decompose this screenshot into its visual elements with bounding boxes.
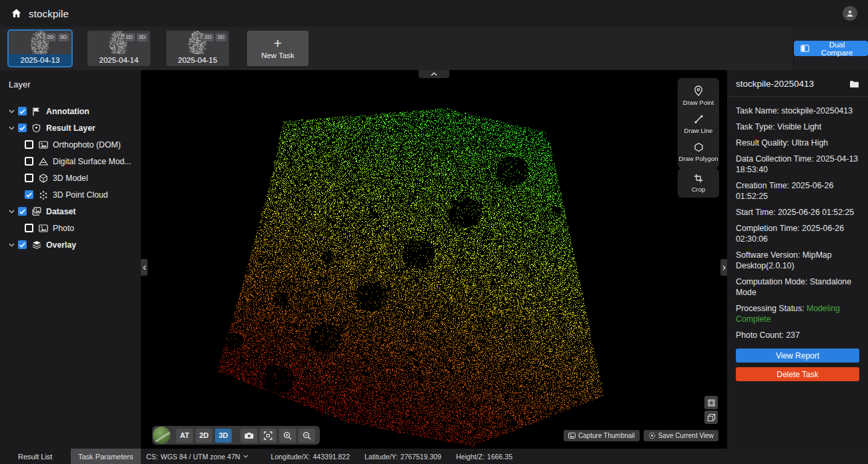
view-cube-buttons bbox=[704, 396, 718, 424]
crop-tool[interactable]: Crop bbox=[678, 174, 719, 193]
layer-item-photo[interactable]: Photo bbox=[9, 220, 141, 236]
screenshot-button[interactable] bbox=[240, 429, 257, 443]
task-thumbnail-bar: 2D 3D 2025-04-13 2D 3D 2025-04-14 2D 3D … bbox=[0, 27, 868, 70]
layer-item-3d-point-cloud[interactable]: 3D Point Cloud bbox=[9, 186, 141, 203]
coordinate-system[interactable]: CS: WGS 84 / UTM zone 47N bbox=[146, 453, 248, 461]
draw-tools-panel: Draw Point Draw Line Draw Polygon bbox=[678, 78, 719, 168]
divider bbox=[727, 96, 868, 97]
layer-item-annotation[interactable]: Annotation bbox=[9, 103, 141, 120]
chevron-down-icon[interactable] bbox=[9, 243, 18, 247]
map-viewport[interactable]: Draw Point Draw Line Draw Polygon Crop bbox=[141, 70, 727, 449]
capture-thumbnail-button[interactable]: Capture Thumbnail bbox=[564, 430, 640, 441]
ortho-cube-button[interactable] bbox=[704, 396, 718, 409]
thumbnail-icon bbox=[568, 433, 576, 439]
checkbox-checked[interactable] bbox=[18, 124, 27, 132]
cube-3d-icon bbox=[707, 413, 716, 422]
app-window: stockpile 2D 3D 2025-04-13 2D 3D 2025-04… bbox=[0, 0, 868, 464]
flag-icon bbox=[31, 107, 42, 116]
cube-top-icon bbox=[707, 399, 716, 407]
task-card-2025-04-15[interactable]: 2D 3D 2025-04-15 bbox=[166, 31, 229, 66]
zoom-in-button[interactable] bbox=[279, 429, 296, 443]
save-view-icon bbox=[648, 432, 656, 439]
home-icon[interactable] bbox=[11, 8, 22, 19]
chevron-right-icon bbox=[722, 265, 726, 270]
tab-task-parameters[interactable]: Task Parameters bbox=[71, 449, 142, 464]
view-report-button[interactable]: View Report bbox=[736, 349, 859, 363]
checkbox-unchecked[interactable] bbox=[25, 224, 33, 232]
collapse-taskbar-handle[interactable] bbox=[419, 70, 449, 78]
collapse-left-panel-arrow[interactable] bbox=[141, 259, 148, 276]
3d-view-button[interactable]: 3D bbox=[215, 429, 232, 443]
field-software-version: Software Version: MipMap Desktop(2.0.10) bbox=[736, 250, 859, 271]
layer-item-orthophoto[interactable]: Orthophoto (DOM) bbox=[9, 136, 141, 153]
layer-item-dataset[interactable]: Dataset bbox=[9, 203, 141, 220]
folder-icon[interactable] bbox=[849, 80, 859, 88]
checkbox-checked[interactable] bbox=[25, 190, 33, 199]
bottom-tabs: Result List Task Parameters bbox=[0, 449, 141, 464]
chevron-down-icon[interactable] bbox=[9, 126, 18, 130]
task-date-label: 2025-04-15 bbox=[166, 54, 229, 66]
layer-panel-title: Layer bbox=[9, 79, 141, 89]
dsm-icon bbox=[37, 158, 49, 166]
draw-point-tool[interactable]: Draw Point bbox=[678, 85, 719, 106]
checkbox-unchecked[interactable] bbox=[25, 157, 33, 166]
layer-tree: Annotation Result Layer Orthophoto (DOM) bbox=[9, 103, 141, 253]
checkbox-checked[interactable] bbox=[18, 107, 27, 115]
checkbox-checked[interactable] bbox=[18, 207, 27, 216]
chevron-down-icon[interactable] bbox=[9, 210, 18, 214]
save-current-view-button[interactable]: Save Current View bbox=[644, 430, 718, 441]
collapse-right-panel-arrow[interactable] bbox=[720, 259, 727, 276]
perspective-cube-button[interactable] bbox=[704, 411, 718, 424]
checkbox-checked[interactable] bbox=[18, 240, 27, 249]
layer-item-dsm[interactable]: Digital Surface Mod... bbox=[9, 153, 141, 170]
at-view-button[interactable]: AT bbox=[176, 429, 193, 443]
task-card-2025-04-14[interactable]: 2D 3D 2025-04-14 bbox=[87, 31, 150, 66]
crop-icon bbox=[694, 174, 703, 183]
task-date-label: 2025-04-14 bbox=[87, 54, 150, 66]
field-photo-count: Photo Count: 237 bbox=[736, 330, 859, 340]
checkbox-unchecked[interactable] bbox=[25, 140, 33, 149]
latitude-readout: Latitude/Y:2767519.309 bbox=[365, 453, 441, 461]
user-avatar[interactable] bbox=[843, 6, 857, 21]
camera-icon bbox=[244, 432, 254, 439]
field-computation-mode: Computation Mode: Standalone Mode bbox=[736, 276, 859, 298]
point-cloud-canvas[interactable] bbox=[141, 70, 727, 449]
new-task-button[interactable]: + New Task bbox=[247, 31, 308, 66]
layer-item-3d-model[interactable]: 3D Model bbox=[9, 170, 141, 186]
draw-line-tool[interactable]: Draw Line bbox=[678, 114, 719, 134]
zoom-out-icon bbox=[302, 431, 311, 440]
field-completion-time: Completion Time: 2025-06-26 02:30:06 bbox=[736, 223, 859, 244]
draw-line-icon bbox=[694, 114, 704, 124]
tab-result-list[interactable]: Result List bbox=[0, 449, 71, 464]
draw-polygon-tool[interactable]: Draw Polygon bbox=[678, 142, 719, 162]
pointcloud-icon bbox=[37, 190, 49, 200]
field-data-collection-time: Data Collection Time: 2025-04-13 18:53:4… bbox=[736, 154, 859, 175]
draw-polygon-icon bbox=[694, 142, 704, 152]
top-bar: stockpile bbox=[0, 0, 868, 27]
2d-view-button[interactable]: 2D bbox=[196, 429, 212, 443]
bottom-bar: Result List Task Parameters CS: WGS 84 /… bbox=[0, 449, 868, 464]
height-readout: Height/Z:1666.35 bbox=[456, 453, 513, 461]
delete-task-button[interactable]: Delete Task bbox=[736, 367, 859, 381]
field-processing-status: Processing Status: Modeling Complete bbox=[736, 303, 859, 324]
task-info-panel: stockpile-20250413 Task Name: stockpile-… bbox=[727, 70, 868, 449]
chevron-left-icon bbox=[143, 265, 146, 270]
fit-view-button[interactable] bbox=[260, 429, 276, 443]
field-result-quality: Result Quality: Ultra High bbox=[736, 138, 859, 148]
zoom-out-button[interactable] bbox=[298, 429, 315, 443]
minimap-thumbnail[interactable] bbox=[153, 427, 170, 444]
checkbox-unchecked[interactable] bbox=[25, 174, 33, 182]
layer-item-result-layer[interactable]: Result Layer bbox=[9, 120, 141, 136]
chevron-down-icon[interactable] bbox=[9, 109, 18, 113]
chevron-down-icon bbox=[243, 455, 248, 458]
task-card-2025-04-13[interactable]: 2D 3D 2025-04-13 bbox=[9, 31, 71, 66]
brand: stockpile bbox=[11, 8, 69, 19]
dual-compare-button[interactable]: Dual Compare bbox=[794, 41, 868, 56]
app-title: stockpile bbox=[29, 8, 69, 19]
field-task-type: Task Type: Visible Light bbox=[736, 122, 859, 132]
badge-2d: 2D bbox=[45, 33, 56, 41]
badge-2d: 2D bbox=[203, 33, 214, 41]
badge-3d: 3D bbox=[216, 33, 226, 41]
dataset-icon bbox=[31, 207, 42, 216]
layer-item-overlay[interactable]: Overlay bbox=[9, 236, 141, 253]
